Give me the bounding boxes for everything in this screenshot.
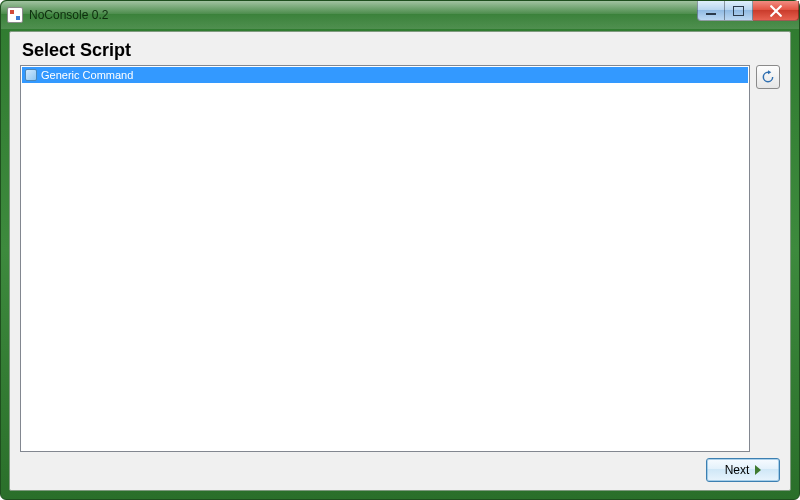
close-button[interactable] bbox=[753, 1, 799, 21]
script-list[interactable]: Generic Command bbox=[20, 65, 750, 452]
next-button[interactable]: Next bbox=[706, 458, 780, 482]
client-area: Select Script Generic Command Next bbox=[9, 31, 791, 491]
page-heading: Select Script bbox=[22, 40, 780, 61]
list-item[interactable]: Generic Command bbox=[22, 67, 748, 83]
next-button-label: Next bbox=[725, 463, 750, 477]
window-controls bbox=[697, 1, 799, 21]
app-window: NoConsole 0.2 Select Script Generic Comm… bbox=[0, 0, 800, 500]
maximize-button[interactable] bbox=[725, 1, 753, 21]
app-icon bbox=[7, 7, 23, 23]
refresh-icon bbox=[760, 69, 776, 85]
list-item-label: Generic Command bbox=[41, 69, 133, 81]
arrow-right-icon bbox=[755, 465, 761, 475]
close-icon bbox=[770, 5, 782, 17]
window-title: NoConsole 0.2 bbox=[29, 8, 108, 22]
titlebar[interactable]: NoConsole 0.2 bbox=[1, 1, 799, 29]
script-icon bbox=[24, 68, 38, 82]
minimize-button[interactable] bbox=[697, 1, 725, 21]
content-row: Generic Command bbox=[20, 65, 780, 452]
footer: Next bbox=[20, 452, 780, 482]
refresh-button[interactable] bbox=[756, 65, 780, 89]
